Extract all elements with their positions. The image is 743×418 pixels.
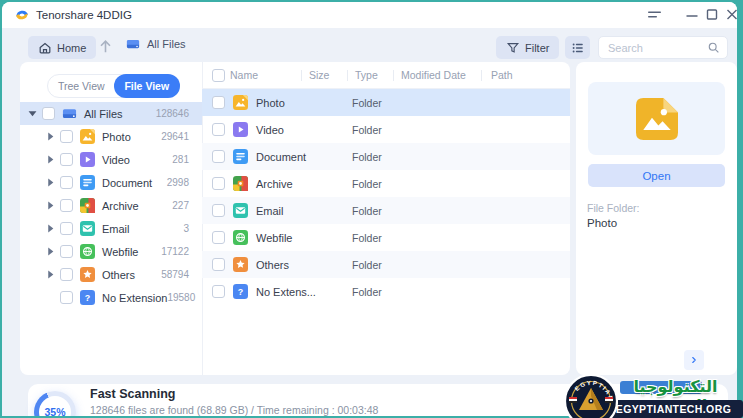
tree-item-others[interactable]: Others58794 [20, 263, 202, 286]
list-view-button[interactable] [565, 36, 590, 59]
row-checkbox[interactable] [212, 204, 225, 217]
tree-item-count: 128646 [156, 108, 189, 119]
caret-down-icon[interactable] [28, 109, 37, 118]
caret-right-icon[interactable] [46, 178, 55, 187]
view-toggle: Tree View File View [47, 74, 180, 98]
column-header-name[interactable]: Name [230, 69, 258, 81]
tree-item-webfile[interactable]: Webfile17122 [20, 240, 202, 263]
column-header-path[interactable]: Path [491, 69, 513, 81]
next-page-button[interactable] [684, 350, 704, 370]
tree-item-all-files[interactable]: All Files128646 [20, 102, 202, 125]
row-checkbox[interactable] [212, 258, 225, 271]
select-all-checkbox[interactable] [212, 69, 225, 82]
search-icon[interactable] [707, 41, 720, 54]
document-icon [233, 149, 248, 164]
open-button[interactable]: Open [588, 164, 725, 187]
filter-button[interactable]: Filter [496, 36, 559, 59]
row-type: Folder [352, 97, 382, 109]
row-name: Email [256, 205, 284, 217]
tree-item-no-extension[interactable]: ?No Extension19580 [20, 286, 202, 309]
up-arrow-button[interactable] [97, 38, 114, 55]
tree-checkbox[interactable] [60, 245, 73, 258]
noext-icon: ? [233, 284, 248, 299]
tree-checkbox[interactable] [60, 199, 73, 212]
drive-icon [62, 106, 77, 121]
table-row-no-extens[interactable]: ?No Extens...Folder [202, 278, 570, 305]
tree-checkbox[interactable] [60, 222, 73, 235]
tree-item-label: All Files [84, 108, 123, 120]
tree-item-label: Document [102, 177, 152, 189]
breadcrumb[interactable]: All Files [118, 37, 186, 51]
tree-item-archive[interactable]: Archive227 [20, 194, 202, 217]
table-row-others[interactable]: OthersFolder [202, 251, 570, 278]
row-type: Folder [352, 178, 382, 190]
tree-item-photo[interactable]: Photo29641 [20, 125, 202, 148]
table-row-archive[interactable]: ArchiveFolder [202, 170, 570, 197]
column-header-size[interactable]: Size [309, 69, 329, 81]
tree-item-document[interactable]: Document2998 [20, 171, 202, 194]
scan-progress-ring: 35% [34, 391, 76, 416]
scan-progress-value: 35% [44, 406, 65, 416]
tree-checkbox[interactable] [60, 291, 73, 304]
tree-checkbox[interactable] [60, 268, 73, 281]
row-checkbox[interactable] [212, 285, 225, 298]
table-row-photo[interactable]: PhotoFolder [202, 89, 570, 116]
filter-button-label: Filter [525, 42, 549, 54]
titlebar: Tenorshare 4DDIG [2, 2, 737, 28]
column-header-type[interactable]: Type [355, 69, 378, 81]
tree-item-label: Email [102, 223, 130, 235]
others-icon [80, 267, 95, 282]
webfile-icon [80, 244, 95, 259]
chevron-right-icon [690, 354, 698, 366]
file-folder-label: File Folder: [587, 202, 640, 214]
row-checkbox[interactable] [212, 123, 225, 136]
caret-right-icon[interactable] [46, 155, 55, 164]
tree-checkbox[interactable] [60, 153, 73, 166]
search-input[interactable] [606, 41, 707, 55]
minimize-button[interactable] [683, 7, 701, 22]
menu-icon[interactable] [646, 7, 664, 22]
row-checkbox[interactable] [212, 177, 225, 190]
scan-status-detail: 128646 files are found (68.89 GB) / Time… [90, 404, 378, 416]
document-icon [80, 175, 95, 190]
row-checkbox[interactable] [212, 96, 225, 109]
home-button[interactable]: Home [28, 36, 96, 59]
tree-item-count: 281 [172, 154, 189, 165]
row-name: No Extens... [256, 286, 316, 298]
close-button[interactable] [723, 7, 737, 22]
row-checkbox[interactable] [212, 231, 225, 244]
tree-item-label: Others [102, 269, 135, 281]
tab-file-view[interactable]: File View [114, 74, 181, 98]
tree-checkbox[interactable] [60, 130, 73, 143]
caret-right-icon[interactable] [46, 201, 55, 210]
caret-right-icon[interactable] [46, 270, 55, 279]
search-box[interactable] [598, 36, 728, 59]
tree-item-email[interactable]: Email3 [20, 217, 202, 240]
table-row-document[interactable]: DocumentFolder [202, 143, 570, 170]
tree-checkbox[interactable] [60, 176, 73, 189]
caret-right-icon[interactable] [46, 224, 55, 233]
tab-tree-view[interactable]: Tree View [48, 75, 115, 97]
table-row-email[interactable]: EmailFolder [202, 197, 570, 224]
row-checkbox[interactable] [212, 150, 225, 163]
row-name: Video [256, 124, 284, 136]
column-header-modified-date[interactable]: Modified Date [401, 69, 466, 81]
row-name: Webfile [256, 232, 292, 244]
caret-right-icon[interactable] [46, 132, 55, 141]
archive-icon [233, 176, 248, 191]
tree-item-video[interactable]: Video281 [20, 148, 202, 171]
content-area: Home All Files Filter [2, 28, 737, 416]
table-row-video[interactable]: VideoFolder [202, 116, 570, 143]
svg-text:?: ? [238, 287, 243, 297]
row-name: Others [256, 259, 289, 271]
table-row-webfile[interactable]: WebfileFolder [202, 224, 570, 251]
maximize-button[interactable] [703, 7, 721, 22]
tree-checkbox[interactable] [42, 107, 55, 120]
email-icon [233, 203, 248, 218]
file-type-tree: All Files128646Photo29641Video281Documen… [20, 102, 202, 309]
archive-icon [80, 198, 95, 213]
file-folder-value: Photo [587, 217, 617, 229]
webfile-icon [233, 230, 248, 245]
row-type: Folder [352, 232, 382, 244]
caret-right-icon[interactable] [46, 247, 55, 256]
